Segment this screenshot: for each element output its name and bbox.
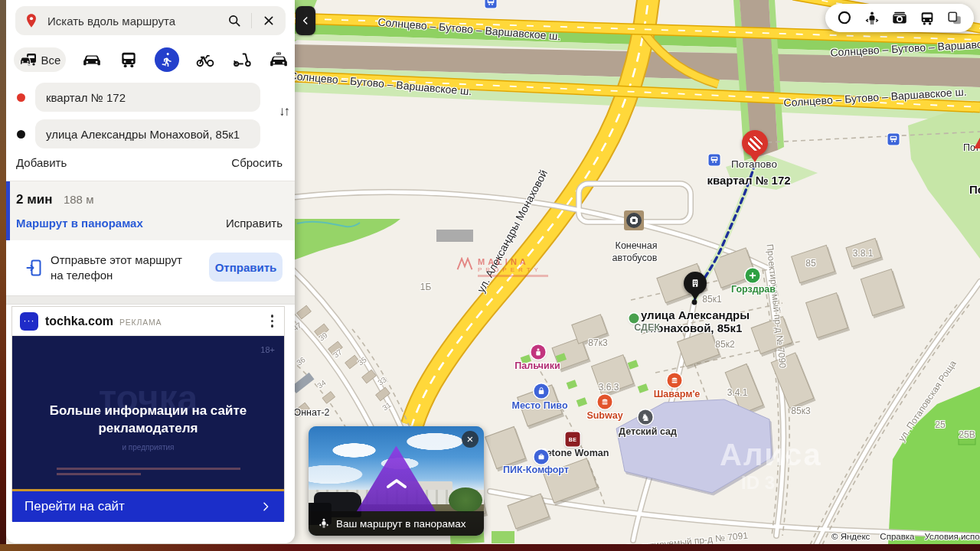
ad-card[interactable]: ··· tochka.com РЕКЛАМА 18+ точка Больше … [11,306,285,521]
mode-taxi-button[interactable] [268,49,289,70]
route-end-marker[interactable] [684,272,707,302]
send-button[interactable]: Отправить [209,253,283,282]
ad-badge: РЕКЛАМА [119,318,162,327]
send-text-line1: Отправьте этот маршрут [51,253,182,268]
mode-bike-button[interactable] [194,49,216,70]
mode-transit-button[interactable] [118,49,139,70]
copyright: © Яндекс [831,532,870,541]
poi-shavarme[interactable] [668,373,682,388]
advertiser-logo: ··· [20,312,38,331]
bus-stop-icon[interactable] [888,134,900,145]
cross-icon[interactable] [746,269,760,283]
poi-mesto-pivo[interactable] [534,384,549,399]
ad-cta-button[interactable]: Перейти на сайт [12,491,284,522]
start-point-icon [17,93,25,102]
photos-button[interactable] [890,9,909,28]
ad-menu-button[interactable] [268,311,277,331]
ad-fineprint [57,473,141,475]
terms-link[interactable]: Условия использования [924,532,980,541]
route-to-input[interactable] [35,119,260,148]
panorama-caption: Ваш маршрут в панорамах [336,518,466,530]
close-icon [263,15,275,27]
search-input[interactable] [46,14,225,28]
bike-icon [195,50,215,70]
bus-terminal-icon[interactable] [624,210,644,230]
close-search-button[interactable] [260,11,278,30]
mode-all-button[interactable]: Все [14,47,66,72]
edit-route-link[interactable]: Исправить [226,217,283,230]
bus-stop-icon[interactable] [485,0,497,8]
poi-label[interactable]: Детский сад [619,426,677,437]
car-icon [82,50,102,70]
start-pin-icon [742,130,768,156]
route-from-input[interactable] [35,83,260,112]
burger-icon[interactable] [668,373,682,388]
route-distance: 188 м [64,193,94,206]
mode-scooter-button[interactable] [231,49,253,70]
help-link[interactable]: Справка [880,532,914,541]
ad-header: ··· tochka.com РЕКЛАМА [12,307,284,336]
dot-icon[interactable] [629,314,639,324]
sidebar-collapse-button[interactable] [296,6,315,35]
panoramas-button[interactable] [863,9,881,28]
search-icon [227,13,242,28]
bag-icon[interactable] [534,384,549,399]
panorama-caption-bar: Ваш маршрут в панорамах [309,511,484,536]
route-summary-card[interactable]: 2 мин 188 м Маршрут в панорамах Исправит… [6,181,295,240]
taxi-icon [269,50,289,70]
poi-label[interactable]: Горздрав [731,284,776,295]
burger-icon[interactable] [598,395,612,409]
poi-subway[interactable] [598,395,612,409]
end-point-icon [17,130,25,139]
route-start-marker[interactable] [742,130,768,165]
panorama-close-button[interactable]: × [462,431,479,448]
poi-label[interactable]: СДЕК [634,322,660,333]
all-transport-icon [19,51,38,69]
search-bar[interactable] [15,6,286,35]
poi-label[interactable]: Betone Woman [540,448,609,458]
route-duration: 2 мин [16,192,52,207]
send-to-phone-icon [25,259,44,277]
search-button[interactable] [225,11,243,30]
poi-detskiy-sad[interactable]: ♞ [639,410,653,425]
poi-label[interactable]: Пальчики [514,360,560,371]
cosmetics-icon[interactable] [531,345,546,360]
mode-car-button[interactable] [81,49,103,70]
poi-label[interactable]: Шаварм'е [654,389,701,399]
poi-cdek[interactable] [629,314,639,324]
poi-label[interactable]: Subway [586,410,622,421]
route-from-row [17,83,260,112]
transport-mode-row: Все [14,46,289,73]
poi-pik-komfort[interactable] [534,450,549,465]
poi-palchiki[interactable] [531,345,546,360]
case-icon[interactable] [534,450,549,465]
panorama-preview[interactable]: Ваш маршрут в панорамах × [309,426,484,536]
ad-headline-line2: рекламодателя [12,419,284,437]
yandex-maps-app: Солнцево – Бутово – Варшавское ш.Солнцев… [0,0,980,551]
malina-watermark: MALINA PROPERTY [456,257,548,277]
ad-banner[interactable]: 18+ точка Больше информации на сайте рек… [12,336,284,489]
be-icon[interactable]: BE [566,432,580,447]
map-attribution: © ЯндексСправкаУсловия использования [831,532,980,541]
poi-label[interactable]: ПИК-Комфорт [503,465,569,475]
advertiser-name: tochka.com [45,315,113,328]
horse-icon[interactable]: ♞ [639,410,653,425]
route-to-row [17,119,260,148]
building-icon [684,272,707,295]
transit-button[interactable] [918,9,936,28]
bus-stop-icon[interactable] [709,155,720,166]
route-sidebar: Все ↓↑ [6,0,295,543]
mode-pedestrian-button-selected[interactable] [155,47,179,72]
poi-betone-woman[interactable]: BE [566,432,580,447]
mode-all-label: Все [41,54,61,67]
panoramas-route-link[interactable]: Маршрут в панорамах [16,217,143,230]
layers-button[interactable] [946,9,964,28]
ad-subline: и предприятия [12,443,284,452]
swap-points-button[interactable]: ↓↑ [279,104,289,119]
reset-route-button[interactable]: Сбросить [231,156,283,169]
desktop-edge [0,0,6,545]
poi-gorzdrav[interactable] [746,269,760,283]
poi-label[interactable]: Место Пиво [511,400,567,411]
traffic-button[interactable] [835,9,854,28]
add-waypoint-button[interactable]: Добавить [16,156,67,169]
